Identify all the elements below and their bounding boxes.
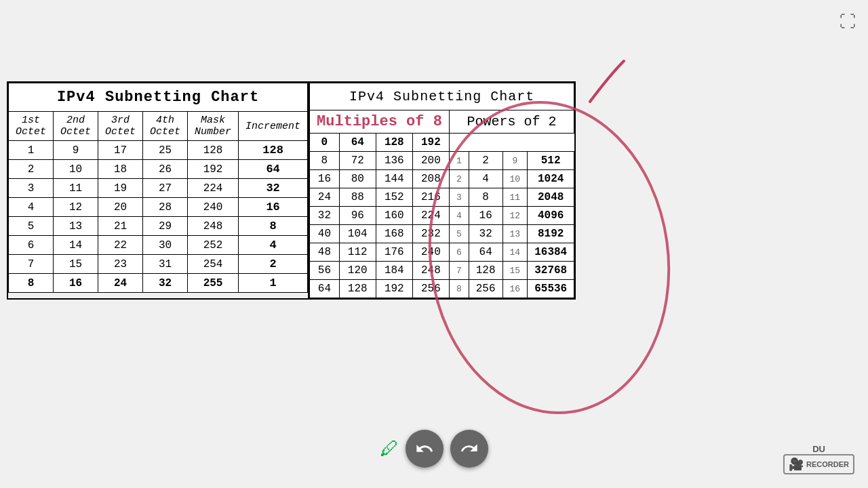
left-cell: 31 — [143, 255, 188, 274]
col-3rd-octet: 3rdOctet — [98, 112, 143, 141]
powers-cell: 16 — [469, 207, 502, 225]
left-cell: 2 — [9, 160, 54, 179]
powers-cell: 1024 — [528, 170, 574, 188]
left-cell: 10 — [54, 160, 98, 179]
left-cell: 1 — [9, 141, 54, 160]
multiples-cell: 224 — [412, 207, 449, 225]
left-cell: 240 — [188, 198, 239, 217]
powers-cell: 14 — [502, 243, 528, 262]
left-cell: 32 — [239, 179, 308, 198]
du-recorder-watermark: DU 🎥 RECORDER — [783, 444, 854, 474]
col-1st-octet: 1stOctet — [9, 112, 54, 141]
tables-container: IPv4 Subnetting Chart 1stOctet 2ndOctet … — [7, 81, 861, 300]
powers-cell: 4 — [469, 170, 502, 188]
pen-icon[interactable]: 🖊 — [380, 437, 399, 460]
multiples-cell: 72 — [339, 152, 376, 170]
mult-col-0: 0 — [310, 134, 340, 152]
left-cell: 32 — [143, 274, 188, 293]
multiples-cell: 192 — [376, 280, 412, 298]
left-cell: 4 — [9, 198, 54, 217]
col-2nd-octet: 2ndOctet — [54, 112, 98, 141]
left-cell: 2 — [239, 255, 308, 274]
multiples-cell: 216 — [412, 188, 449, 207]
multiples-cell: 96 — [339, 207, 376, 225]
left-cell: 12 — [54, 198, 98, 217]
left-cell: 252 — [188, 236, 239, 255]
left-cell: 248 — [188, 217, 239, 236]
multiples-cell: 112 — [339, 243, 376, 262]
powers-cell: 8192 — [528, 225, 574, 243]
left-cell: 13 — [54, 217, 98, 236]
powers-cell: 16384 — [528, 243, 574, 262]
multiples-cell: 208 — [412, 170, 449, 188]
powers-cell: 7 — [449, 262, 469, 280]
right-table-wrapper: IPv4 Subnetting Chart Multiples of 8 Pow… — [309, 81, 576, 300]
left-cell: 4 — [239, 236, 308, 255]
powers-cell: 32 — [469, 225, 502, 243]
powers-cell: 1 — [449, 152, 469, 170]
left-cell: 254 — [188, 255, 239, 274]
multiples-cell: 256 — [412, 280, 449, 298]
powers-cell: 4096 — [528, 207, 574, 225]
undo-button[interactable] — [406, 430, 443, 468]
collapse-button[interactable]: ⛶ — [840, 12, 856, 32]
powers-cell: 12 — [502, 207, 528, 225]
left-cell: 128 — [188, 141, 239, 160]
multiples-cell: 168 — [376, 225, 412, 243]
undo-icon — [415, 439, 434, 458]
left-cell: 9 — [54, 141, 98, 160]
left-cell: 24 — [98, 274, 143, 293]
multiples-cell: 128 — [339, 280, 376, 298]
multiples-cell: 144 — [376, 170, 412, 188]
multiples-cell: 200 — [412, 152, 449, 170]
left-cell: 128 — [239, 141, 308, 160]
multiples-cell: 160 — [376, 207, 412, 225]
left-cell: 20 — [98, 198, 143, 217]
bottom-controls: 🖊 — [380, 430, 488, 468]
multiples-cell: 40 — [310, 225, 340, 243]
powers-cell: 65536 — [528, 280, 574, 298]
left-table-wrapper: IPv4 Subnetting Chart 1stOctet 2ndOctet … — [7, 81, 309, 300]
multiples-cell: 80 — [339, 170, 376, 188]
multiples-header: Multiples of 8 — [310, 110, 450, 134]
mult-col-128: 128 — [376, 134, 412, 152]
left-cell: 5 — [9, 217, 54, 236]
left-cell: 29 — [143, 217, 188, 236]
left-cell: 255 — [188, 274, 239, 293]
left-cell: 22 — [98, 236, 143, 255]
left-cell: 64 — [239, 160, 308, 179]
multiples-cell: 232 — [412, 225, 449, 243]
left-cell: 30 — [143, 236, 188, 255]
redo-button[interactable] — [450, 430, 488, 468]
left-cell: 19 — [98, 179, 143, 198]
powers-cell: 256 — [469, 280, 502, 298]
left-cell: 27 — [143, 179, 188, 198]
multiples-cell: 16 — [310, 170, 340, 188]
powers-cell: 2 — [449, 170, 469, 188]
left-cell: 18 — [98, 160, 143, 179]
left-cell: 16 — [239, 198, 308, 217]
powers-cell: 6 — [449, 243, 469, 262]
multiples-cell: 48 — [310, 243, 340, 262]
left-cell: 6 — [9, 236, 54, 255]
powers-cell: 11 — [502, 188, 528, 207]
left-cell: 26 — [143, 160, 188, 179]
powers-cell: 2 — [469, 152, 502, 170]
powers-cell: 32768 — [528, 262, 574, 280]
recorder-text: RECORDER — [806, 460, 849, 468]
left-cell: 11 — [54, 179, 98, 198]
powers-cell: 2048 — [528, 188, 574, 207]
left-cell: 7 — [9, 255, 54, 274]
left-cell: 17 — [98, 141, 143, 160]
col-mask-number: MaskNumber — [188, 112, 239, 141]
powers-cell: 4 — [449, 207, 469, 225]
left-cell: 8 — [239, 217, 308, 236]
powers-cell: 9 — [502, 152, 528, 170]
powers-cell: 8 — [449, 280, 469, 298]
powers-cell: 13 — [502, 225, 528, 243]
du-text: DU — [812, 444, 825, 454]
left-cell: 25 — [143, 141, 188, 160]
multiples-cell: 56 — [310, 262, 340, 280]
powers-cell: 10 — [502, 170, 528, 188]
multiples-cell: 248 — [412, 262, 449, 280]
